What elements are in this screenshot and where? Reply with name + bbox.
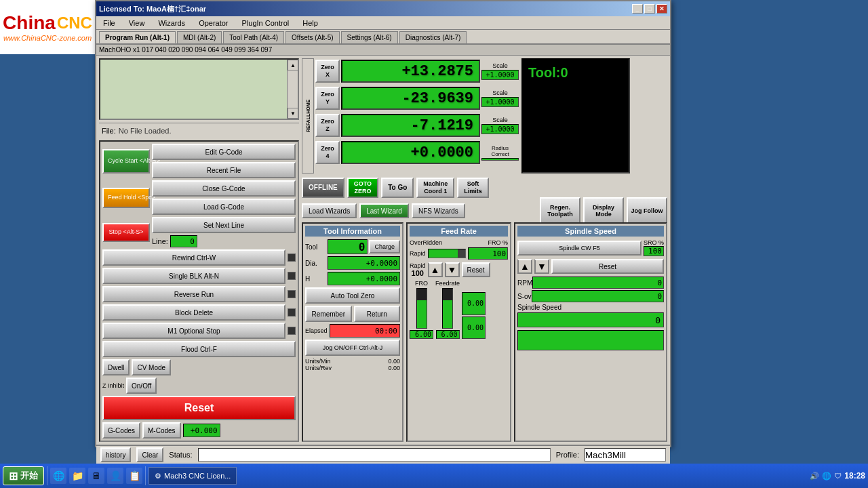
dro-left: REFALLHOME ZeroX +13.2875 Scale <box>302 58 519 174</box>
goto-zero-btn[interactable]: GOTOZERO <box>347 178 378 198</box>
profile-input[interactable] <box>585 448 666 462</box>
feed-hold-btn[interactable]: Feed Hold <Spc> <box>102 188 150 208</box>
jog-follow-btn[interactable]: Jog Follow <box>627 197 667 224</box>
dwell-btn[interactable]: Dwell <box>102 359 130 375</box>
stop-btn[interactable]: Stop <Alt-S> <box>102 223 150 242</box>
units-min-val: 0.00 <box>388 358 400 365</box>
taskbar-icon-user[interactable]: 👤 <box>107 468 123 484</box>
return-btn[interactable]: Return <box>354 306 401 322</box>
rapid-bar <box>428 249 467 258</box>
zero-z-btn[interactable]: ZeroZ <box>315 114 340 137</box>
rewind-btn[interactable]: Rewind Ctrl-W <box>102 249 285 266</box>
minimize-button[interactable]: _ <box>632 4 643 14</box>
machine-coord-btn[interactable]: MachineCoord 1 <box>416 178 454 198</box>
remember-btn[interactable]: Remember <box>305 306 352 322</box>
logo-website: www.ChinaCNC-zone.com <box>3 34 92 42</box>
set-next-line-btn[interactable]: Set Next Line <box>152 217 296 233</box>
tab-offsets[interactable]: Offsets (Alt-5) <box>285 31 340 43</box>
charge-btn[interactable]: Charge <box>369 240 400 253</box>
cycle-start-btn[interactable]: Cycle Start <Alt-R> <box>102 149 150 174</box>
tab-tool-path[interactable]: Tool Path (Alt-4) <box>223 31 284 43</box>
close-gcode-btn[interactable]: Close G-Code <box>152 180 296 197</box>
taskbar-icon-screen[interactable]: 🖥 <box>88 468 104 484</box>
tool-row: Tool 0 Charge <box>305 239 400 254</box>
zero-y-btn[interactable]: ZeroY <box>315 87 340 110</box>
line-input[interactable] <box>170 235 197 247</box>
reverse-run-btn[interactable]: Reverse Run <box>102 286 285 302</box>
scroll-down-btn[interactable]: ▼ <box>288 108 298 119</box>
recent-file-btn[interactable]: Recent File <box>152 162 296 178</box>
nfs-wizards-btn[interactable]: NFS Wizards <box>412 203 465 218</box>
feed-up-btn[interactable]: ▲ <box>428 262 443 277</box>
taskbar-icon-folder[interactable]: 📁 <box>69 468 85 484</box>
z-inhibit-label: Z Inhibit <box>102 382 124 389</box>
load-wizards-btn[interactable]: Load Wizards <box>302 203 357 218</box>
dia-value: +0.0000 <box>328 256 400 270</box>
fro-bar-indicator <box>416 288 427 329</box>
tab-program-run[interactable]: Program Run (Alt-1) <box>99 31 176 43</box>
btn-row-2: Feed Hold <Spc> Close G-Code Load G-Code <box>102 180 296 215</box>
block-delete-btn[interactable]: Block Delete <box>102 304 285 321</box>
zero-4-btn[interactable]: Zero4 <box>315 141 340 164</box>
spindle-cw-btn[interactable]: Spindle CW F5 <box>517 241 642 256</box>
load-gcode-btn[interactable]: Load G-Code <box>152 199 296 215</box>
maximize-button[interactable]: □ <box>644 4 655 14</box>
fro-bar-label: FRO <box>415 280 428 287</box>
logo-overlay: China CNC www.ChinaCNC-zone.com <box>0 0 95 54</box>
taskbar-icon-browser[interactable]: 🌐 <box>50 468 66 484</box>
menu-bar: File View Wizards Operator PlugIn Contro… <box>96 16 670 30</box>
auto-tool-zero-btn[interactable]: Auto Tool Zero <box>305 287 400 304</box>
display-mode-btn[interactable]: Display Mode <box>583 197 624 224</box>
g-codes-btn[interactable]: G-Codes <box>102 422 140 439</box>
clear-btn[interactable]: Clear <box>136 447 163 462</box>
scroll-up-btn[interactable]: ▲ <box>288 60 298 70</box>
m1-indicator <box>288 327 296 335</box>
rapid-val-label: Rapid <box>410 262 426 269</box>
zero-x-btn[interactable]: ZeroX <box>315 60 340 83</box>
single-blk-btn[interactable]: Single BLK Alt-N <box>102 268 285 284</box>
m-codes-btn[interactable]: M-Codes <box>142 422 181 439</box>
scale-y-value: +1.0000 <box>481 97 519 107</box>
spindle-up-btn[interactable]: ▲ <box>517 259 532 274</box>
history-btn[interactable]: history <box>100 447 131 462</box>
menu-view[interactable]: View <box>125 18 149 28</box>
feed-reset-btn[interactable]: Reset <box>462 262 490 277</box>
val1: 0.00 <box>462 292 486 315</box>
m1-optional-btn[interactable]: M1 Optional Stop <box>102 323 285 339</box>
sov-row: S-ov 0 <box>517 290 664 302</box>
edit-gcode-btn[interactable]: Edit G-Code <box>152 144 296 160</box>
tab-mdi[interactable]: MDI (Alt-2) <box>177 31 222 43</box>
taskbar-app-mach3[interactable]: ⚙ Mach3 CNC Licen... <box>149 467 237 485</box>
profile-label: Profile: <box>556 451 579 459</box>
close-button[interactable]: ✕ <box>656 4 667 14</box>
fro-bar-value: 6.00 <box>410 330 433 339</box>
cv-mode-btn[interactable]: CV Mode <box>132 359 171 375</box>
right-btns: Edit G-Code Recent File <box>152 144 296 178</box>
flood-ctrl-btn[interactable]: Flood Ctrl-F <box>102 341 296 357</box>
spindle-down-btn[interactable]: ▼ <box>534 259 549 274</box>
jog-btn[interactable]: Jog ON/OFF Ctrl-Alt-J <box>305 340 400 356</box>
feed-down-btn[interactable]: ▼ <box>445 262 460 277</box>
last-wizard-btn[interactable]: Last Wizard <box>359 203 409 218</box>
menu-help[interactable]: Help <box>298 18 322 28</box>
tab-diagnostics[interactable]: Diagnostics (Alt-7) <box>399 31 467 43</box>
z-value-input[interactable] <box>183 424 220 437</box>
regen-toolpath-btn[interactable]: Regen. Toolpath <box>540 197 580 224</box>
menu-plugin[interactable]: PlugIn Control <box>238 18 294 28</box>
tab-settings[interactable]: Settings (Alt-6) <box>341 31 398 43</box>
menu-wizards[interactable]: Wizards <box>154 18 189 28</box>
menu-file[interactable]: File <box>99 18 119 28</box>
to-go-btn[interactable]: To Go <box>381 178 414 198</box>
status-input[interactable] <box>198 448 551 462</box>
taskbar-icon-misc[interactable]: 📋 <box>126 468 142 484</box>
start-button[interactable]: ⊞ 开始 <box>3 466 44 485</box>
taskbar: ⊞ 开始 🌐 📁 🖥 👤 📋 ⚙ Mach3 CNC Licen... 🔊 🌐 … <box>0 464 868 488</box>
on-off-btn[interactable]: On/Off <box>126 378 157 394</box>
reset-btn[interactable]: Reset <box>102 396 296 420</box>
dro-y-display: -23.9639 <box>341 87 480 110</box>
gcode-scrollbar[interactable]: ▲ ▼ <box>287 60 298 119</box>
spindle-reset-btn[interactable]: Reset <box>551 259 664 274</box>
soft-limits-btn[interactable]: SoftLimits <box>457 178 489 198</box>
menu-operator[interactable]: Operator <box>195 18 232 28</box>
offline-btn[interactable]: OFFLINE <box>302 178 344 198</box>
